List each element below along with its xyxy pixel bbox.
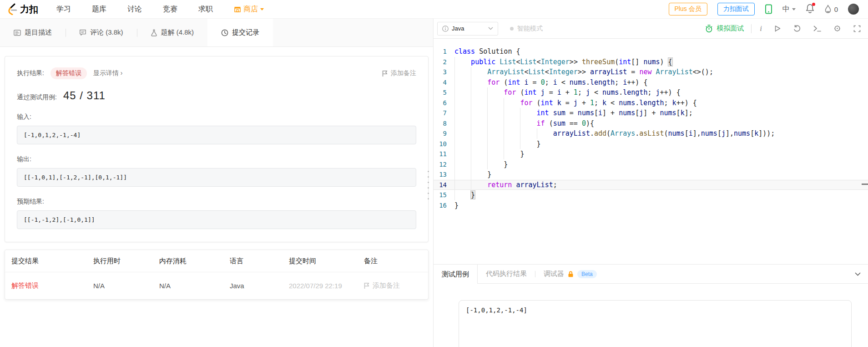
flag-icon: [382, 70, 388, 77]
settings-gear-button[interactable]: [833, 25, 841, 32]
line-number: 5: [434, 87, 454, 98]
line-number: 8: [434, 118, 454, 129]
code-line[interactable]: 3ArrayList<List<Integer>> arrayList = ne…: [434, 67, 868, 77]
lock-icon: [568, 271, 574, 277]
line-number: 16: [434, 200, 454, 211]
submission-status[interactable]: 解答错误: [11, 281, 93, 290]
line-number: 10: [434, 139, 454, 149]
code-line-content: }: [454, 149, 524, 159]
row-add-note-label: 添加备注: [373, 281, 400, 290]
table-header-cell: 执行用时: [93, 257, 159, 265]
code-line[interactable]: 12}: [434, 159, 868, 170]
leetcode-logo-icon: [7, 3, 17, 15]
testcase-input[interactable]: [-1,0,1,2,-1,-4]: [459, 300, 852, 347]
code-editor[interactable]: 1class Solution {2public List<List<Integ…: [434, 39, 868, 264]
passed-cases-value: 45 / 311: [63, 89, 106, 102]
reset-code-button[interactable]: [793, 25, 801, 32]
code-line[interactable]: 16}: [434, 200, 868, 211]
nav-item-store[interactable]: 商店: [234, 5, 264, 14]
pane-resize-handle[interactable]: [426, 171, 430, 199]
row-add-note-button[interactable]: 添加备注: [364, 281, 422, 290]
user-avatar[interactable]: [848, 4, 859, 15]
mock-interview-label: 模拟面试: [717, 24, 744, 33]
nav-item[interactable]: 求职: [198, 5, 213, 14]
mock-interview-button[interactable]: 模拟面试: [705, 24, 744, 33]
notifications-button[interactable]: [806, 4, 814, 15]
code-line-content: }: [454, 200, 459, 211]
tab-comment[interactable]: 评论 (3.8k): [66, 19, 137, 46]
line-number: 12: [434, 159, 454, 170]
line-number: 6: [434, 98, 454, 108]
console-tab-run-result[interactable]: 代码执行结果: [478, 265, 535, 283]
code-line[interactable]: 8if (sum == 0){: [434, 118, 868, 129]
code-line-content: for (int k = j + 1; k < nums.length; k++…: [454, 98, 697, 108]
submission-runtime: N/A: [93, 282, 159, 290]
tab-clock[interactable]: 提交记录: [207, 19, 273, 46]
language-label: 中: [782, 5, 790, 14]
submit-flag-button[interactable]: [774, 25, 781, 32]
nav-item[interactable]: 题库: [92, 5, 106, 14]
show-details-link[interactable]: 显示详情 ›: [93, 69, 123, 77]
tab-label: 评论 (3.8k): [90, 28, 123, 37]
code-line[interactable]: 15}: [434, 190, 868, 200]
language-select[interactable]: Java: [437, 22, 498, 36]
language-switcher[interactable]: 中: [782, 5, 796, 14]
daily-streak[interactable]: 0: [824, 5, 838, 14]
code-line[interactable]: 11}: [434, 149, 868, 159]
info-button[interactable]: i: [760, 24, 762, 33]
line-number: 13: [434, 169, 454, 180]
chevron-down-icon: [488, 27, 493, 30]
expected-value-box[interactable]: [[-1,-1,2],[-1,0,1]]: [17, 210, 416, 229]
console-shortcut-button[interactable]: [813, 26, 821, 32]
nav-item[interactable]: 学习: [56, 5, 71, 14]
code-line[interactable]: 2public List<List<Integer>> threeSum(int…: [434, 57, 868, 67]
table-header-cell: 内存消耗: [159, 257, 230, 265]
code-line-content: }: [454, 190, 475, 200]
nav-item[interactable]: 讨论: [127, 5, 142, 14]
tab-document[interactable]: 题目描述: [0, 19, 66, 46]
plus-member-button[interactable]: Plus 会员: [669, 3, 707, 15]
code-line[interactable]: 1class Solution {: [434, 46, 868, 57]
leetcode-logo[interactable]: 力扣: [7, 3, 38, 15]
code-line[interactable]: 9arrayList.add(Arrays.asList(nums[i],num…: [434, 128, 868, 139]
problem-tabbar: 题目描述评论 (3.8k)题解 (4.8k)提交记录: [0, 19, 433, 47]
submissions-table: 提交结果执行用时内存消耗语言提交时间备注 解答错误N/AN/AJava2022/…: [5, 250, 429, 300]
console-tab-debugger[interactable]: 调试器Beta: [535, 265, 605, 283]
code-line[interactable]: 4for (int i = 0; i < nums.length; i++) {: [434, 77, 868, 88]
status-badge[interactable]: 解答错误: [50, 67, 87, 79]
mode-dot-icon: [510, 27, 514, 31]
editor-toolbar: Java 智能模式 模拟面试 i: [434, 19, 868, 39]
flag-icon: [364, 282, 369, 289]
code-line[interactable]: 7int sum = nums[i] + nums[j] + nums[k];: [434, 108, 868, 118]
code-line[interactable]: 5for (int j = i + 1; j < nums.length; j+…: [434, 87, 868, 98]
scrollbar-cursor-marker: [862, 184, 868, 185]
smart-mode-indicator: 智能模式: [510, 25, 543, 33]
code-line[interactable]: 10}: [434, 139, 868, 149]
streak-count: 0: [834, 5, 838, 13]
line-number: 3: [434, 67, 454, 77]
mobile-app-icon[interactable]: [765, 4, 772, 14]
console-collapse-button[interactable]: [855, 265, 861, 283]
code-line[interactable]: 14return arrayList;: [434, 180, 868, 190]
nav-item[interactable]: 竞赛: [163, 5, 177, 14]
line-number: 7: [434, 108, 454, 118]
code-line-content: }: [454, 139, 541, 149]
leetcode-interview-button[interactable]: 力扣面试: [717, 3, 755, 15]
console-tab-label: 代码执行结果: [486, 270, 527, 278]
tab-flask[interactable]: 题解 (4.8k): [137, 19, 208, 46]
top-nav: 力扣 学习题库讨论竞赛求职 商店 Plus 会员 力扣面试 中: [0, 0, 868, 19]
console-tab-testcase[interactable]: 测试用例: [434, 265, 478, 284]
code-line[interactable]: 6for (int k = j + 1; k < nums.length; k+…: [434, 98, 868, 108]
fullscreen-button[interactable]: [853, 25, 861, 32]
add-note-button[interactable]: 添加备注: [382, 69, 416, 77]
output-value-box[interactable]: [[-1,0,1],[-1,2,-1],[0,1,-1]]: [17, 168, 416, 187]
code-line-content: arrayList.add(Arrays.asList(nums[i],nums…: [454, 128, 775, 139]
input-value-box[interactable]: [-1,0,1,2,-1,-4]: [17, 126, 416, 144]
output-label: 输出:: [17, 155, 416, 163]
console-panel: 测试用例代码执行结果调试器Beta [-1,0,1,2,-1,-4]: [434, 264, 868, 347]
submission-row[interactable]: 解答错误N/AN/AJava2022/07/29 22:19添加备注: [5, 272, 428, 299]
console-tab-label: 调试器: [544, 270, 564, 278]
line-number: 1: [434, 46, 454, 57]
store-icon: [234, 5, 241, 13]
code-line[interactable]: 13}: [434, 169, 868, 180]
